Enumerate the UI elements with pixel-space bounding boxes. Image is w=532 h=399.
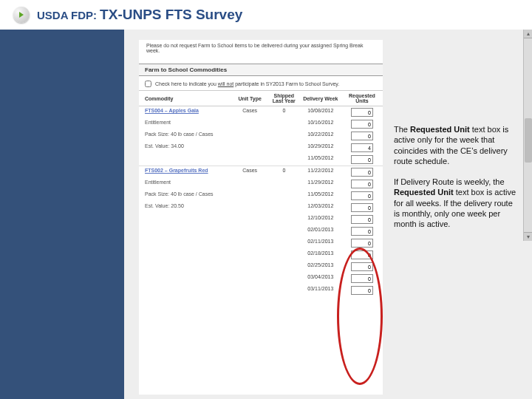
- cell-requested: [341, 261, 383, 273]
- cell-shipped: 0: [268, 166, 300, 179]
- requested-units-input[interactable]: [351, 168, 373, 177]
- requested-units-input[interactable]: [351, 250, 373, 259]
- cell-shipped: [268, 284, 300, 296]
- requested-units-input[interactable]: [351, 274, 373, 283]
- cell-commodity: Entitlement: [139, 178, 231, 190]
- requested-units-input[interactable]: [351, 286, 373, 295]
- scroll-down-button[interactable]: [524, 232, 532, 241]
- cell-shipped: [268, 178, 300, 190]
- cell-commodity: Pack Size: 40 lb case / Cases: [139, 130, 231, 142]
- table-row: FTS004 – Apples GalaCases010/08/2012: [139, 106, 383, 119]
- cell-shipped: [268, 237, 300, 249]
- product-name[interactable]: FTS004 – Apples Gala: [145, 108, 230, 113]
- requested-units-input[interactable]: [351, 132, 373, 140]
- cell-shipped: [268, 273, 300, 284]
- cell-unit-type: [231, 190, 268, 202]
- requested-units-input[interactable]: [351, 180, 373, 188]
- table-row: 03/11/2013: [139, 284, 383, 296]
- cell-unit-type: [231, 225, 268, 237]
- cell-commodity: [139, 214, 231, 225]
- slide-header: USDA FDP: TX-UNPS FTS Survey: [0, 0, 532, 30]
- cell-requested: [341, 130, 383, 142]
- col-commodity: Commodity: [139, 91, 231, 106]
- cell-requested: [341, 106, 383, 119]
- product-name[interactable]: FTS002 – Grapefruits Red: [145, 168, 230, 173]
- requested-units-input[interactable]: [351, 143, 373, 152]
- requested-units-input[interactable]: [351, 215, 373, 224]
- table-row: 02/11/2013: [139, 237, 383, 249]
- cell-commodity: [139, 249, 231, 261]
- cell-shipped: [268, 261, 300, 273]
- scrollbar-vertical[interactable]: [523, 30, 532, 241]
- table-row: Est. Value: 34.0010/29/2012: [139, 142, 383, 154]
- cell-requested: [341, 284, 383, 296]
- cell-commodity: [139, 261, 231, 273]
- cell-shipped: [268, 190, 300, 202]
- cell-unit-type: [231, 273, 268, 284]
- header-title: TX-UNPS FTS Survey: [100, 7, 242, 23]
- participation-checkbox[interactable]: [145, 81, 151, 87]
- cell-delivery-week: 03/04/2013: [300, 273, 341, 284]
- callout-text: The Requested Unit text box is active on…: [394, 124, 519, 240]
- cell-delivery-week: 11/05/2012: [300, 154, 341, 166]
- scroll-up-button[interactable]: [524, 30, 532, 38]
- cell-unit-type: Cases: [231, 106, 268, 119]
- cell-delivery-week: 02/01/2013: [300, 225, 341, 237]
- cell-unit-type: [231, 142, 268, 154]
- table-row: Pack Size: 40 lb case / Cases11/05/2012: [139, 190, 383, 202]
- table-row: Est. Value: 20.5012/03/2012: [139, 202, 383, 214]
- col-delivery: Delivery Week: [300, 91, 341, 106]
- cell-commodity: FTS004 – Apples Gala: [139, 106, 231, 119]
- cell-shipped: [268, 130, 300, 142]
- col-unit-type: Unit Type: [231, 91, 268, 106]
- cell-shipped: [268, 214, 300, 225]
- requested-units-input[interactable]: [351, 120, 373, 129]
- cell-commodity: FTS002 – Grapefruits Red: [139, 166, 231, 179]
- header-prefix: USDA FDP:: [37, 9, 97, 21]
- requested-units-input[interactable]: [351, 155, 373, 164]
- requested-units-input[interactable]: [351, 239, 373, 248]
- cell-requested: [341, 142, 383, 154]
- requested-units-input[interactable]: [351, 203, 373, 212]
- cell-requested: [341, 178, 383, 190]
- col-requested: Requested Units: [341, 91, 383, 106]
- cell-delivery-week: 02/11/2013: [300, 237, 341, 249]
- cell-delivery-week: 10/16/2012: [300, 118, 341, 130]
- cell-commodity: Est. Value: 34.00: [139, 142, 231, 154]
- table-row: Pack Size: 40 lb case / Cases10/22/2012: [139, 130, 383, 142]
- requested-units-input[interactable]: [351, 108, 373, 117]
- cell-commodity: [139, 284, 231, 296]
- cell-requested: [341, 190, 383, 202]
- cell-commodity: [139, 237, 231, 249]
- table-row: 11/05/2012: [139, 154, 383, 166]
- table-header-row: Commodity Unit Type Shipped Last Year De…: [139, 91, 383, 106]
- commodity-table: Commodity Unit Type Shipped Last Year De…: [139, 90, 383, 296]
- cell-delivery-week: 10/29/2012: [300, 142, 341, 154]
- cell-delivery-week: 12/10/2012: [300, 214, 341, 225]
- cell-unit-type: [231, 130, 268, 142]
- table-row: 03/04/2013: [139, 273, 383, 284]
- notice-text: Please do not request Farm to School ite…: [139, 40, 383, 64]
- cell-unit-type: [231, 214, 268, 225]
- scroll-thumb[interactable]: [525, 118, 532, 163]
- checkbox-label: Check here to indicate you will not part…: [155, 81, 339, 86]
- form-panel: Please do not request Farm to School ite…: [139, 40, 383, 395]
- cell-delivery-week: 11/22/2012: [300, 166, 341, 179]
- cell-requested: [341, 225, 383, 237]
- requested-units-input[interactable]: [351, 191, 373, 200]
- cell-requested: [341, 154, 383, 166]
- requested-units-input[interactable]: [351, 262, 373, 271]
- cell-requested: [341, 237, 383, 249]
- cell-requested: [341, 273, 383, 284]
- cell-shipped: [268, 118, 300, 130]
- cell-requested: [341, 214, 383, 225]
- cell-shipped: 0: [268, 106, 300, 119]
- table-row: FTS002 – Grapefruits RedCases011/22/2012: [139, 166, 383, 179]
- table-row: 02/25/2013: [139, 261, 383, 273]
- participation-checkbox-row: Check here to indicate you will not part…: [139, 76, 383, 90]
- cell-delivery-week: 10/08/2012: [300, 106, 341, 119]
- cell-unit-type: Cases: [231, 166, 268, 179]
- table-row: 02/18/2013: [139, 249, 383, 261]
- requested-units-input[interactable]: [351, 227, 373, 236]
- cell-unit-type: [231, 249, 268, 261]
